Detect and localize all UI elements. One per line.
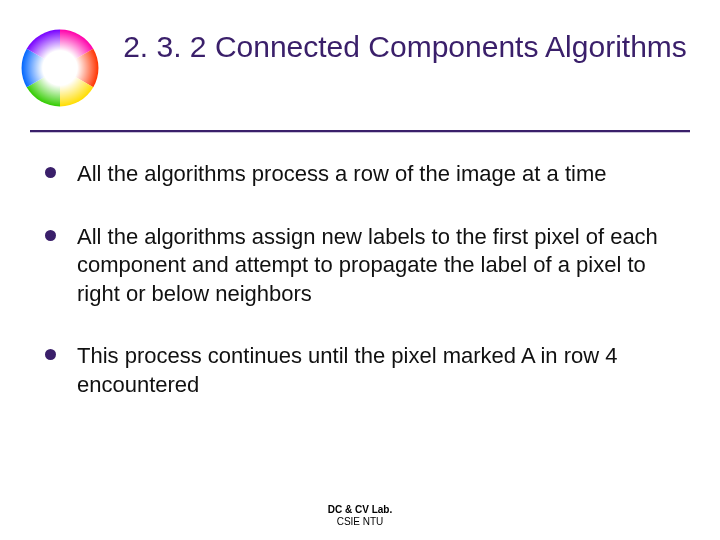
bullet-text: This process continues until the pixel m… xyxy=(77,343,618,397)
slide: 2. 3. 2 Connected Components Algorithms … xyxy=(0,0,720,540)
bullet-icon xyxy=(45,167,56,178)
footer-line-1: DC & CV Lab. xyxy=(0,504,720,516)
slide-body: All the algorithms process a row of the … xyxy=(45,160,685,490)
list-item: All the algorithms assign new labels to … xyxy=(45,223,685,309)
title-underline xyxy=(30,130,690,132)
bullet-icon xyxy=(45,349,56,360)
slide-title: 2. 3. 2 Connected Components Algorithms xyxy=(120,28,690,66)
svg-point-0 xyxy=(22,30,99,107)
list-item: This process continues until the pixel m… xyxy=(45,342,685,399)
bullet-text: All the algorithms process a row of the … xyxy=(77,161,606,186)
color-wheel-icon xyxy=(20,28,100,108)
footer-line-2: CSIE NTU xyxy=(0,516,720,528)
bullet-icon xyxy=(45,230,56,241)
bullet-text: All the algorithms assign new labels to … xyxy=(77,224,658,306)
slide-footer: DC & CV Lab. CSIE NTU xyxy=(0,504,720,528)
list-item: All the algorithms process a row of the … xyxy=(45,160,685,189)
